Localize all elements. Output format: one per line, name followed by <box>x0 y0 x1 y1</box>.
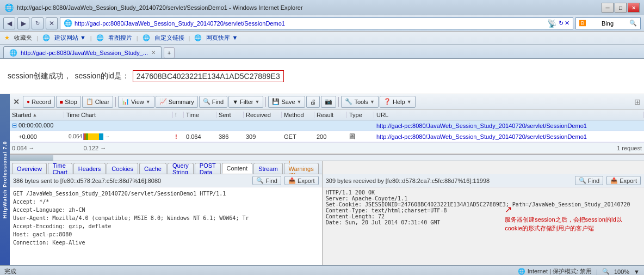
left-panel-content: GET /JavaWeb_Session_Study_20140720/serv… <box>10 187 322 265</box>
table-row[interactable]: +0.000 0.064 → ! <box>10 131 644 142</box>
left-export-label: Export <box>298 178 315 184</box>
th-sent[interactable]: Sent <box>216 112 244 118</box>
search-box[interactable]: 🅱 Bing 🔍 <box>575 17 641 29</box>
view-button[interactable]: 📊 View ▼ <box>118 96 154 108</box>
stop-nav-button[interactable]: ✕ <box>46 17 58 29</box>
annotation: ↗ 服务器创建session之后，会把session的Id以cookie的形式存… <box>505 204 622 233</box>
tools-icon: 🔧 <box>345 98 352 105</box>
th-exclamation[interactable]: ! <box>173 112 184 118</box>
help-button[interactable]: ❓ Help ▼ <box>380 96 416 108</box>
td-sent-2: 386 <box>216 133 244 140</box>
fav-suggestions[interactable]: 建议网站 ▼ <box>54 34 86 42</box>
footer-time: 0.122 → <box>84 145 107 151</box>
hw-detach-button[interactable]: ⊞ <box>634 97 641 106</box>
save-button[interactable]: 💾 Save ▼ <box>268 96 305 108</box>
clear-button[interactable]: 📋 Clear <box>82 96 113 108</box>
th-result[interactable]: Result <box>314 112 347 118</box>
th-time[interactable]: Time <box>184 112 216 118</box>
stop-button[interactable]: ■ Stop <box>56 96 81 108</box>
toolbar-sep3 <box>338 97 339 107</box>
fav-images[interactable]: 看图搜片 <box>108 34 132 42</box>
camera-button[interactable]: 📷 <box>321 96 336 108</box>
td-method-2: GET <box>282 133 314 140</box>
sent-header-text: Sent <box>219 112 231 118</box>
th-method[interactable]: Method <box>282 112 314 118</box>
result-header-text: Result <box>317 112 333 118</box>
th-type[interactable]: Type <box>347 112 374 118</box>
url-header-text: URL <box>376 112 388 118</box>
fav-suggestions-icon: 🌐 <box>42 34 50 41</box>
tab-stream[interactable]: Stream <box>253 163 282 174</box>
maximize-button[interactable]: □ <box>615 3 627 13</box>
tab-headers[interactable]: Headers <box>73 163 106 174</box>
refresh-button[interactable]: ↻ <box>32 17 44 29</box>
horizontal-scrollbar[interactable] <box>10 154 644 161</box>
right-panel-content: HTTP/1.1 200 OK Server: Apache-Coyote/1.… <box>323 187 644 265</box>
fav-weblib-icon: 🌐 <box>194 34 202 41</box>
find-button[interactable]: 🔍 Find <box>199 96 227 108</box>
td-url-1[interactable]: http://gacl-pc:8080/JavaWeb_Session_Stud… <box>374 123 644 129</box>
tools-button[interactable]: 🔧 Tools ▼ <box>341 96 379 108</box>
td-timechart-2: 0.064 → <box>64 132 173 141</box>
expand-icon[interactable]: ⊟ <box>12 122 17 129</box>
chart-bar <box>83 133 103 140</box>
td-url-2[interactable]: http://gacl-pc:8080/JavaWeb_Session_Stud… <box>374 133 644 140</box>
right-bytes-info: 309 bytes received by [fe80::d578:2ca7:c… <box>326 178 490 184</box>
left-find-button[interactable]: 🔍 Find <box>252 176 281 185</box>
refresh-icon: ↻ <box>559 20 564 27</box>
new-tab-button[interactable]: + <box>164 47 175 58</box>
tab-content[interactable]: Content <box>222 163 253 174</box>
th-received[interactable]: Received <box>244 112 282 118</box>
right-find-button[interactable]: 🔍 Find <box>575 176 603 185</box>
minimize-button[interactable]: ─ <box>602 3 614 13</box>
th-timechart[interactable]: Time Chart <box>64 112 173 118</box>
back-button[interactable]: ◀ <box>3 17 15 29</box>
internet-icon: 🌐 <box>518 268 525 275</box>
table-row[interactable]: ⊟ 00:00:00.000 http://gacl-pc:8080/JavaW… <box>10 120 644 131</box>
scrollbar-thumb[interactable] <box>10 155 53 161</box>
address-bar[interactable]: 🌐 http://gacl-pc:8080/JavaWeb_Session_St… <box>60 17 573 29</box>
th-started[interactable]: Started ▲ <box>10 112 64 118</box>
zoom-icon: 🔍 <box>602 268 610 275</box>
toolbar-sep2 <box>265 97 266 107</box>
httpwatch-sidebar: HttpWatch Professional 7.0 <box>0 94 10 265</box>
th-url[interactable]: URL <box>374 112 644 118</box>
fav-weblib[interactable]: 网页快库 ▼ <box>206 34 238 42</box>
bing-icon: 🅱 <box>579 20 586 27</box>
zoom-level: 100% <box>614 268 629 275</box>
close-button[interactable]: ✕ <box>628 3 640 13</box>
started-value-1: 00:00:00.000 <box>18 122 53 129</box>
toolbar-sep1 <box>115 97 116 107</box>
tab-cache[interactable]: Cache <box>139 163 166 174</box>
summary-button[interactable]: 📈 Summary <box>156 96 198 108</box>
summary-icon: 📈 <box>159 98 167 105</box>
tab-warnings[interactable]: ! Warnings (2) <box>284 163 319 174</box>
address-text: http://gacl-pc:8080/JavaWeb_Session_Stud… <box>75 20 285 27</box>
filter-icon: ▼ <box>232 99 238 105</box>
hw-close-button[interactable]: ✕ <box>13 97 20 106</box>
tab-postdata[interactable]: POST Data <box>195 163 221 174</box>
tab-close-icon[interactable]: ✕ <box>151 50 156 56</box>
footer-offset: 0.064 → <box>12 145 35 151</box>
browser-tab-1[interactable]: 🌐 http://gacl-pc:8080/JavaWeb_Session_St… <box>3 46 162 58</box>
tab-overview[interactable]: Overview <box>12 163 47 174</box>
fav-custom[interactable]: 自定义链接 <box>154 34 184 42</box>
exclamation-header-text: ! <box>175 112 177 118</box>
annotation-arrow: ↗ <box>505 205 512 214</box>
filter-button[interactable]: ▼ Filter ▼ <box>228 96 263 108</box>
annotation-text: 服务器创建session之后，会把session的Id以cookie的形式存储到… <box>505 216 622 231</box>
right-export-button[interactable]: 📤 Export <box>606 176 641 185</box>
fav-sep4: | <box>189 35 190 41</box>
left-export-button[interactable]: 📤 Export <box>284 176 319 185</box>
forward-button[interactable]: ▶ <box>17 17 29 29</box>
print-button[interactable]: 🖨 <box>306 96 320 108</box>
save-label: Save <box>281 99 295 105</box>
search-icon[interactable]: 🔍 <box>629 20 637 27</box>
started-value-2: +0.000 <box>18 133 37 140</box>
tab-cookies[interactable]: Cookies <box>107 163 138 174</box>
tab-querystring[interactable]: Query String <box>168 163 194 174</box>
tab-timechart[interactable]: Time Chart <box>48 163 72 174</box>
record-button[interactable]: ● Record <box>23 96 55 108</box>
bottom-panel: Overview Time Chart Headers Cookies Cach… <box>10 161 644 265</box>
window-controls: ─ □ ✕ <box>602 3 640 13</box>
